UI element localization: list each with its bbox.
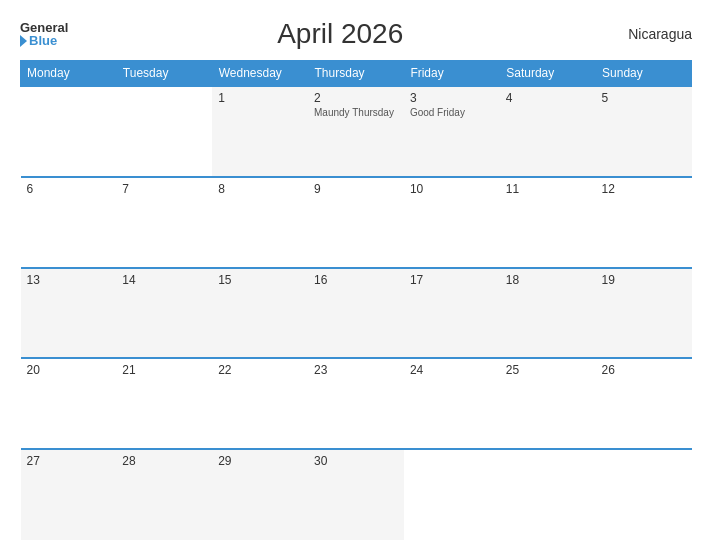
calendar-cell: 1 — [212, 86, 308, 177]
calendar-cell — [596, 449, 692, 540]
weekday-header-wednesday: Wednesday — [212, 61, 308, 87]
day-event: Maundy Thursday — [314, 107, 398, 118]
calendar-cell — [404, 449, 500, 540]
day-number: 28 — [122, 454, 206, 468]
day-number: 3 — [410, 91, 494, 105]
day-number: 20 — [27, 363, 111, 377]
calendar-cell: 9 — [308, 177, 404, 268]
calendar-page: General Blue April 2026 Nicaragua Monday… — [0, 0, 712, 550]
weekday-header-row: MondayTuesdayWednesdayThursdayFridaySatu… — [21, 61, 692, 87]
day-number: 30 — [314, 454, 398, 468]
country-label: Nicaragua — [612, 26, 692, 42]
calendar-cell: 11 — [500, 177, 596, 268]
calendar-cell: 19 — [596, 268, 692, 359]
calendar-cell: 22 — [212, 358, 308, 449]
weekday-header-sunday: Sunday — [596, 61, 692, 87]
logo: General Blue — [20, 21, 68, 47]
calendar-cell: 13 — [21, 268, 117, 359]
week-row-2: 6789101112 — [21, 177, 692, 268]
day-number: 22 — [218, 363, 302, 377]
day-number: 15 — [218, 273, 302, 287]
day-number: 12 — [602, 182, 686, 196]
day-number: 26 — [602, 363, 686, 377]
day-number: 25 — [506, 363, 590, 377]
calendar-cell: 2Maundy Thursday — [308, 86, 404, 177]
calendar-cell — [116, 86, 212, 177]
calendar-table: MondayTuesdayWednesdayThursdayFridaySatu… — [20, 60, 692, 540]
calendar-cell: 24 — [404, 358, 500, 449]
weekday-header-tuesday: Tuesday — [116, 61, 212, 87]
calendar-cell: 21 — [116, 358, 212, 449]
day-number: 11 — [506, 182, 590, 196]
calendar-title: April 2026 — [68, 18, 612, 50]
day-number: 27 — [27, 454, 111, 468]
calendar-cell: 7 — [116, 177, 212, 268]
calendar-cell: 8 — [212, 177, 308, 268]
week-row-4: 20212223242526 — [21, 358, 692, 449]
calendar-cell — [21, 86, 117, 177]
calendar-cell: 26 — [596, 358, 692, 449]
calendar-cell: 18 — [500, 268, 596, 359]
week-row-3: 13141516171819 — [21, 268, 692, 359]
day-number: 13 — [27, 273, 111, 287]
day-number: 21 — [122, 363, 206, 377]
calendar-cell: 4 — [500, 86, 596, 177]
calendar-cell: 29 — [212, 449, 308, 540]
day-number: 18 — [506, 273, 590, 287]
calendar-cell: 28 — [116, 449, 212, 540]
weekday-header-monday: Monday — [21, 61, 117, 87]
week-row-5: 27282930 — [21, 449, 692, 540]
calendar-cell: 15 — [212, 268, 308, 359]
day-number: 17 — [410, 273, 494, 287]
calendar-cell: 14 — [116, 268, 212, 359]
weekday-header-saturday: Saturday — [500, 61, 596, 87]
day-number: 5 — [602, 91, 686, 105]
calendar-cell: 30 — [308, 449, 404, 540]
calendar-header: General Blue April 2026 Nicaragua — [20, 18, 692, 50]
day-number: 23 — [314, 363, 398, 377]
day-number: 8 — [218, 182, 302, 196]
day-number: 16 — [314, 273, 398, 287]
weekday-header-friday: Friday — [404, 61, 500, 87]
day-number: 14 — [122, 273, 206, 287]
day-number: 6 — [27, 182, 111, 196]
calendar-cell: 23 — [308, 358, 404, 449]
calendar-cell: 10 — [404, 177, 500, 268]
calendar-cell: 12 — [596, 177, 692, 268]
calendar-cell: 25 — [500, 358, 596, 449]
day-event: Good Friday — [410, 107, 494, 118]
calendar-cell: 16 — [308, 268, 404, 359]
calendar-cell: 17 — [404, 268, 500, 359]
calendar-cell: 20 — [21, 358, 117, 449]
day-number: 7 — [122, 182, 206, 196]
calendar-cell: 6 — [21, 177, 117, 268]
day-number: 9 — [314, 182, 398, 196]
day-number: 4 — [506, 91, 590, 105]
day-number: 24 — [410, 363, 494, 377]
calendar-cell — [500, 449, 596, 540]
calendar-cell: 5 — [596, 86, 692, 177]
calendar-cell: 3Good Friday — [404, 86, 500, 177]
calendar-cell: 27 — [21, 449, 117, 540]
day-number: 2 — [314, 91, 398, 105]
week-row-1: 12Maundy Thursday3Good Friday45 — [21, 86, 692, 177]
logo-blue-text: Blue — [20, 34, 57, 47]
day-number: 1 — [218, 91, 302, 105]
logo-triangle-icon — [20, 35, 27, 47]
day-number: 10 — [410, 182, 494, 196]
weekday-header-thursday: Thursday — [308, 61, 404, 87]
day-number: 29 — [218, 454, 302, 468]
day-number: 19 — [602, 273, 686, 287]
